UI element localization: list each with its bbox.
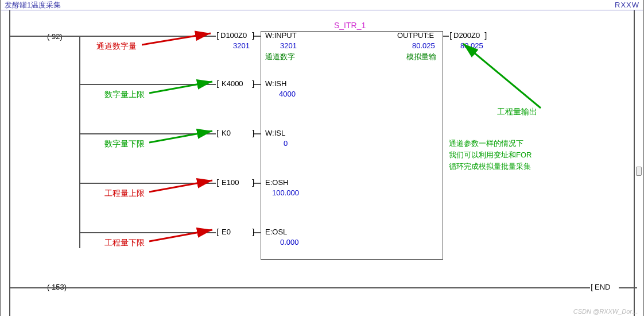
arrow-green-output bbox=[457, 39, 549, 114]
fb-title: S_ITR_1 bbox=[334, 21, 366, 30]
addr-osh: E100 bbox=[222, 178, 239, 187]
addr-output: D200Z0 bbox=[453, 31, 480, 40]
label-eng-upper: 工程量上限 bbox=[104, 188, 145, 199]
port-ish: W:ISH bbox=[265, 79, 286, 88]
addr-isl: K0 bbox=[222, 129, 231, 137]
function-block bbox=[261, 31, 443, 260]
note-line3: 循环完成模拟量批量采集 bbox=[449, 161, 531, 172]
note-line2: 我们可以利用变址和FOR bbox=[449, 149, 532, 161]
addr-in1: D100Z0 bbox=[220, 31, 247, 40]
plc-editor-window: 发酵罐1温度采集 RXXW ( 92) ( 153) S_ITR_1 [ D10… bbox=[0, 0, 644, 316]
port-input-val: 3201 bbox=[280, 41, 297, 50]
arrow-red-2 bbox=[149, 175, 218, 196]
port-osl: E:OSL bbox=[265, 228, 287, 236]
program-title: 发酵罐1温度采集 bbox=[5, 0, 61, 10]
port-osh-val: 100.000 bbox=[272, 188, 299, 197]
label-digital-upper: 数字量上限 bbox=[104, 90, 145, 100]
port-osh: E:OSH bbox=[265, 178, 288, 187]
arrow-green-2 bbox=[149, 125, 218, 147]
left-rail bbox=[9, 10, 10, 316]
ladder-canvas: ( 92) ( 153) S_ITR_1 [ D100Z0 ] 3201 W:I… bbox=[1, 10, 643, 316]
label-eng-lower: 工程量下限 bbox=[104, 238, 145, 248]
label-channel-digital: 通道数字量 bbox=[96, 41, 137, 52]
arrow-red-1 bbox=[142, 28, 216, 51]
port-osl-val: 0.000 bbox=[280, 238, 299, 246]
addr-osl: E0 bbox=[222, 228, 231, 236]
svg-line-4 bbox=[149, 230, 212, 241]
port-ish-val: 4000 bbox=[279, 90, 296, 98]
svg-line-1 bbox=[149, 82, 212, 93]
port-isl: W:ISL bbox=[265, 129, 285, 137]
svg-line-5 bbox=[463, 44, 541, 108]
note-line1: 通道参数一样的情况下 bbox=[449, 138, 523, 149]
author-tag: RXXW bbox=[615, 1, 639, 9]
port-output: OUTPUT:E bbox=[397, 31, 434, 40]
port-input: W:INPUT bbox=[265, 31, 297, 40]
header-bar: 发酵罐1温度采集 RXXW bbox=[1, 0, 643, 10]
arrow-green-1 bbox=[149, 76, 218, 98]
svg-line-2 bbox=[149, 131, 212, 142]
right-rail bbox=[634, 10, 635, 316]
svg-line-0 bbox=[142, 33, 211, 45]
arrow-red-3 bbox=[149, 224, 218, 246]
port-output-note: 模拟量输 bbox=[406, 52, 436, 62]
port-isl-val: 0 bbox=[284, 139, 288, 148]
end-instruction: END bbox=[595, 283, 610, 291]
port-output-val: 80.025 bbox=[412, 41, 435, 50]
addr-ish: K4000 bbox=[222, 79, 243, 88]
port-input-note: 通道数字 bbox=[265, 52, 295, 62]
addr-in1-val: 3201 bbox=[233, 41, 250, 50]
watermark: CSDN @RXXW_Dor… bbox=[573, 308, 638, 315]
label-digital-lower: 数字量下限 bbox=[104, 139, 145, 149]
rung-number-92: ( 92) bbox=[47, 32, 63, 41]
svg-line-3 bbox=[149, 180, 212, 192]
